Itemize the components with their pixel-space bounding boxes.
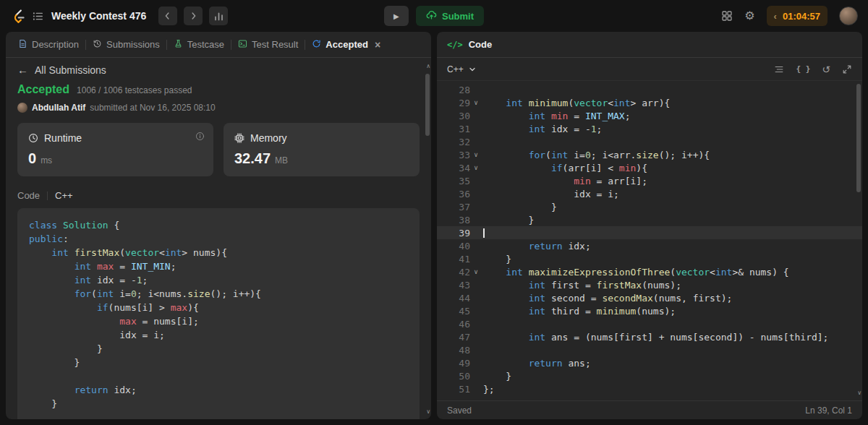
code-line: int min = INT_MAX; bbox=[482, 111, 862, 121]
code-line: int idx = -1; bbox=[29, 273, 408, 287]
scrollbar-thumb[interactable] bbox=[425, 74, 430, 136]
memory-unit: MB bbox=[275, 155, 288, 166]
editor-line[interactable]: 29∨ int minimum(vector<int> arr){ bbox=[437, 96, 862, 109]
editor-line[interactable]: 33∨ for(int i=0; i<arr.size(); i++){ bbox=[437, 148, 862, 161]
editor-line[interactable]: 48 bbox=[437, 343, 862, 356]
prev-question-button[interactable] bbox=[158, 7, 177, 25]
line-number: 44 bbox=[437, 293, 470, 304]
format-code-icon[interactable] bbox=[774, 64, 784, 74]
code-line: max = nums[i]; bbox=[29, 314, 408, 328]
brackets-icon[interactable]: { } bbox=[796, 64, 810, 74]
contest-timer[interactable]: ‹ 01:04:57 bbox=[767, 6, 827, 26]
scroll-down-chevron-icon[interactable]: ∨ bbox=[857, 390, 861, 396]
close-tab-icon[interactable]: × bbox=[375, 39, 380, 51]
fold-chevron-icon[interactable]: ∨ bbox=[470, 151, 482, 158]
submitted-at-label: submitted at Nov 16, 2025 08:10 bbox=[90, 103, 215, 113]
editor-line[interactable]: 46 bbox=[437, 317, 862, 330]
editor-line[interactable]: 43 int first = firstMax(nums); bbox=[437, 278, 862, 291]
line-number: 35 bbox=[437, 176, 470, 186]
settings-gear-icon[interactable]: ⚙ bbox=[744, 10, 754, 22]
submitter-name[interactable]: Abdullah Atif bbox=[32, 103, 85, 113]
scroll-down-chevron-icon[interactable]: ∨ bbox=[426, 409, 430, 415]
editor-line[interactable]: 37 } bbox=[437, 200, 862, 213]
language-value: C++ bbox=[447, 64, 464, 74]
clock-icon bbox=[28, 133, 38, 143]
code-line: } bbox=[29, 356, 408, 369]
info-icon[interactable] bbox=[195, 132, 205, 141]
expand-icon[interactable] bbox=[842, 64, 852, 74]
tab-accepted[interactable]: Accepted × bbox=[305, 32, 387, 57]
tab-testcase[interactable]: Testcase bbox=[167, 32, 231, 57]
stats-row: Runtime 0 ms bbox=[17, 123, 420, 176]
line-number: 39 bbox=[437, 228, 470, 239]
leetcode-logo-icon[interactable] bbox=[10, 8, 26, 24]
editor-line[interactable]: 42∨ int maximizeExpressionOfThree(vector… bbox=[437, 265, 862, 278]
user-avatar[interactable] bbox=[839, 7, 858, 25]
layout-grid-icon[interactable] bbox=[721, 10, 733, 22]
editor-statusbar: Saved Ln 39, Col 1 bbox=[437, 400, 862, 419]
contest-list-icon[interactable] bbox=[33, 11, 43, 22]
editor-toolbar: C++ { } ↺ bbox=[437, 58, 862, 81]
language-selector[interactable]: C++ bbox=[447, 64, 476, 74]
submission-panel: Description Submissions Testcase bbox=[6, 32, 431, 419]
undo-icon[interactable]: ↺ bbox=[822, 64, 830, 74]
fold-chevron-icon[interactable]: ∨ bbox=[470, 164, 482, 171]
all-submissions-link[interactable]: ← All Submissions bbox=[17, 64, 420, 76]
tab-test-result[interactable]: Test Result bbox=[231, 32, 305, 57]
editor-line[interactable]: 49 return ans; bbox=[437, 356, 862, 369]
editor-line[interactable]: 41 } bbox=[437, 252, 862, 265]
scrollbar-thumb[interactable] bbox=[856, 84, 861, 192]
submit-button[interactable]: Submit bbox=[416, 6, 484, 26]
scroll-up-chevron-icon[interactable]: ∧ bbox=[426, 64, 430, 69]
ranking-chart-button[interactable] bbox=[209, 7, 228, 25]
fold-chevron-icon[interactable]: ∨ bbox=[470, 99, 482, 106]
editor-line[interactable]: 34∨ if(arr[i] < min){ bbox=[437, 161, 862, 174]
chevron-down-icon bbox=[469, 66, 476, 73]
topbar: Weekly Contest 476 ▶ Submit bbox=[0, 0, 868, 32]
next-question-button[interactable] bbox=[184, 7, 203, 25]
code-line: } bbox=[482, 202, 862, 212]
code-line: } bbox=[482, 254, 862, 265]
runtime-label: Runtime bbox=[44, 132, 82, 144]
editor-line[interactable]: 28 bbox=[437, 83, 862, 96]
run-button[interactable]: ▶ bbox=[384, 6, 409, 26]
editor-line[interactable]: 40 return idx; bbox=[437, 239, 862, 252]
editor-line[interactable]: 44 int second = secondMax(nums, first); bbox=[437, 291, 862, 304]
editor-line[interactable]: 31 int idx = -1; bbox=[437, 122, 862, 135]
editor-line[interactable]: 50 } bbox=[437, 369, 862, 382]
left-tabbar: Description Submissions Testcase bbox=[6, 32, 431, 58]
editor-line[interactable]: 47 int ans = (nums[first] + nums[second]… bbox=[437, 330, 862, 343]
tab-submissions[interactable]: Submissions bbox=[86, 32, 166, 57]
memory-value: 32.47 bbox=[234, 150, 271, 167]
editor-line[interactable]: 35 min = arr[i]; bbox=[437, 174, 862, 187]
tab-description[interactable]: Description bbox=[12, 32, 85, 57]
editor-line[interactable]: 38 } bbox=[437, 213, 862, 226]
editor-line[interactable]: 45 int third = minimum(nums); bbox=[437, 304, 862, 317]
code-line: int ans = (nums[first] + nums[second]) -… bbox=[482, 332, 862, 343]
submission-detail: ← All Submissions Accepted 1006 / 1006 t… bbox=[6, 58, 431, 419]
editor-line[interactable]: 36 idx = i; bbox=[437, 187, 862, 200]
line-number: 43 bbox=[437, 280, 470, 291]
submitter-avatar[interactable] bbox=[17, 103, 27, 113]
code-line: int minimum(vector<int> arr){ bbox=[482, 98, 862, 108]
contest-title: Weekly Contest 476 bbox=[51, 10, 146, 22]
tab-label: Submissions bbox=[106, 39, 160, 50]
line-number: 29 bbox=[437, 98, 470, 108]
editor-line[interactable]: 32 bbox=[437, 135, 862, 148]
status-accepted-label: Accepted bbox=[17, 83, 69, 96]
code-line bbox=[29, 369, 408, 383]
code-panel-header: </> Code bbox=[437, 32, 862, 58]
fold-chevron-icon[interactable]: ∨ bbox=[470, 268, 482, 275]
editor-lines[interactable]: 2829∨ int minimum(vector<int> arr){30 in… bbox=[437, 81, 862, 400]
code-header: Code C++ bbox=[17, 190, 420, 201]
divider bbox=[47, 192, 48, 200]
line-number: 31 bbox=[437, 124, 470, 134]
memory-label: Memory bbox=[250, 132, 287, 144]
tab-label: Description bbox=[32, 39, 79, 50]
code-line: public: bbox=[29, 232, 408, 246]
editor-line[interactable]: 30 int min = INT_MAX; bbox=[437, 109, 862, 122]
editor-line[interactable]: 51}; bbox=[437, 382, 862, 395]
editor-line[interactable]: 39 bbox=[437, 226, 862, 239]
code-line: if(arr[i] < min){ bbox=[482, 163, 862, 173]
code-line: } bbox=[29, 397, 408, 411]
